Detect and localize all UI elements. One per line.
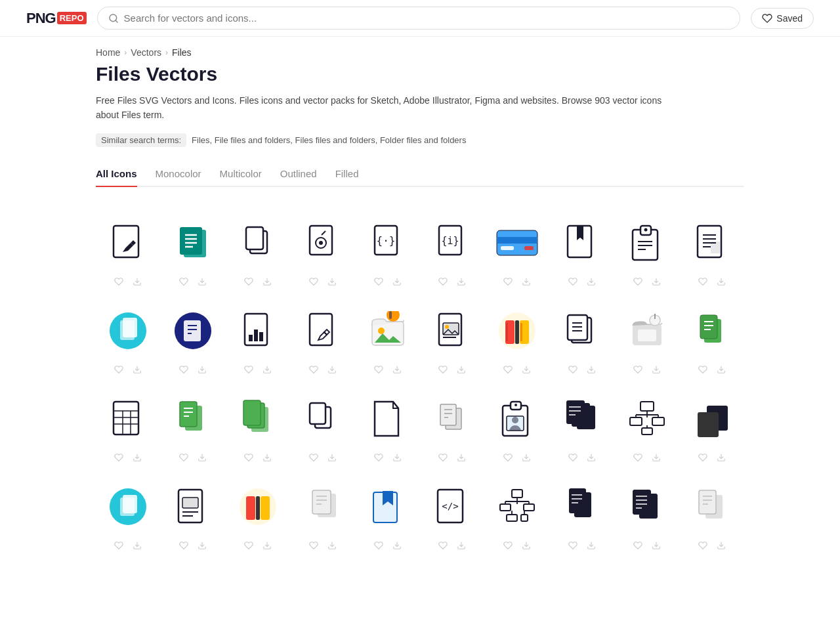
download-button[interactable] <box>650 540 662 551</box>
list-item[interactable] <box>290 472 355 560</box>
like-button[interactable] <box>113 452 125 463</box>
like-button[interactable] <box>373 452 385 463</box>
list-item[interactable] <box>226 208 291 296</box>
like-button[interactable] <box>178 452 190 463</box>
list-item[interactable]: </> <box>420 472 485 560</box>
like-button[interactable] <box>437 452 449 463</box>
tab-all-icons[interactable]: All Icons <box>96 163 137 187</box>
download-button[interactable] <box>715 452 727 463</box>
list-item[interactable]: {i} <box>420 208 485 296</box>
download-button[interactable] <box>196 452 208 463</box>
list-item[interactable] <box>614 384 679 472</box>
list-item[interactable] <box>355 384 420 472</box>
like-button[interactable] <box>437 276 449 287</box>
like-button[interactable] <box>373 540 385 551</box>
list-item[interactable] <box>679 296 744 384</box>
like-button[interactable] <box>178 364 190 375</box>
like-button[interactable] <box>308 276 320 287</box>
list-item[interactable] <box>614 472 679 560</box>
like-button[interactable] <box>373 276 385 287</box>
download-button[interactable] <box>455 452 467 463</box>
like-button[interactable] <box>308 364 320 375</box>
download-button[interactable] <box>131 276 143 287</box>
download-button[interactable] <box>715 364 727 375</box>
download-button[interactable] <box>715 276 727 287</box>
like-button[interactable] <box>567 540 579 551</box>
like-button[interactable] <box>243 276 255 287</box>
download-button[interactable] <box>196 276 208 287</box>
download-button[interactable] <box>455 364 467 375</box>
like-button[interactable] <box>697 540 709 551</box>
like-button[interactable] <box>567 452 579 463</box>
list-item[interactable] <box>614 208 679 296</box>
list-item[interactable] <box>96 208 161 296</box>
like-button[interactable] <box>308 452 320 463</box>
download-button[interactable] <box>520 540 532 551</box>
download-button[interactable] <box>650 276 662 287</box>
like-button[interactable] <box>243 364 255 375</box>
download-button[interactable] <box>455 276 467 287</box>
list-item[interactable] <box>355 296 420 384</box>
download-button[interactable] <box>326 540 338 551</box>
search-input[interactable] <box>124 12 730 24</box>
download-button[interactable] <box>455 540 467 551</box>
list-item[interactable] <box>420 384 485 472</box>
like-button[interactable] <box>697 364 709 375</box>
list-item[interactable] <box>485 208 550 296</box>
download-button[interactable] <box>261 540 273 551</box>
download-button[interactable] <box>261 452 273 463</box>
tab-monocolor[interactable]: Monocolor <box>156 163 201 187</box>
download-button[interactable] <box>131 540 143 551</box>
download-button[interactable] <box>585 276 597 287</box>
download-button[interactable] <box>520 276 532 287</box>
like-button[interactable] <box>178 540 190 551</box>
download-button[interactable] <box>650 364 662 375</box>
list-item[interactable] <box>550 208 615 296</box>
like-button[interactable] <box>113 276 125 287</box>
download-button[interactable] <box>585 452 597 463</box>
like-button[interactable] <box>373 364 385 375</box>
tab-multicolor[interactable]: Multicolor <box>220 163 262 187</box>
download-button[interactable] <box>131 364 143 375</box>
like-button[interactable] <box>113 540 125 551</box>
download-button[interactable] <box>391 364 403 375</box>
list-item[interactable] <box>226 296 291 384</box>
list-item[interactable] <box>226 384 291 472</box>
list-item[interactable] <box>485 472 550 560</box>
download-button[interactable] <box>391 452 403 463</box>
list-item[interactable]: {·} <box>355 208 420 296</box>
like-button[interactable] <box>437 364 449 375</box>
list-item[interactable] <box>290 208 355 296</box>
list-item[interactable] <box>161 472 226 560</box>
list-item[interactable] <box>355 472 420 560</box>
download-button[interactable] <box>520 364 532 375</box>
download-button[interactable] <box>261 364 273 375</box>
like-button[interactable] <box>697 276 709 287</box>
list-item[interactable] <box>485 296 550 384</box>
list-item[interactable] <box>485 384 550 472</box>
list-item[interactable] <box>614 296 679 384</box>
list-item[interactable] <box>161 296 226 384</box>
list-item[interactable] <box>96 384 161 472</box>
saved-button[interactable]: Saved <box>751 8 814 29</box>
tab-outlined[interactable]: Outlined <box>280 163 317 187</box>
like-button[interactable] <box>697 452 709 463</box>
list-item[interactable] <box>290 384 355 472</box>
like-button[interactable] <box>502 276 514 287</box>
breadcrumb-home[interactable]: Home <box>96 47 120 58</box>
like-button[interactable] <box>502 540 514 551</box>
like-button[interactable] <box>243 452 255 463</box>
list-item[interactable] <box>96 472 161 560</box>
like-button[interactable] <box>502 364 514 375</box>
download-button[interactable] <box>326 452 338 463</box>
download-button[interactable] <box>131 452 143 463</box>
download-button[interactable] <box>326 276 338 287</box>
download-button[interactable] <box>585 540 597 551</box>
download-button[interactable] <box>585 364 597 375</box>
like-button[interactable] <box>113 364 125 375</box>
like-button[interactable] <box>502 452 514 463</box>
list-item[interactable] <box>679 472 744 560</box>
download-button[interactable] <box>261 276 273 287</box>
download-button[interactable] <box>520 452 532 463</box>
download-button[interactable] <box>650 452 662 463</box>
